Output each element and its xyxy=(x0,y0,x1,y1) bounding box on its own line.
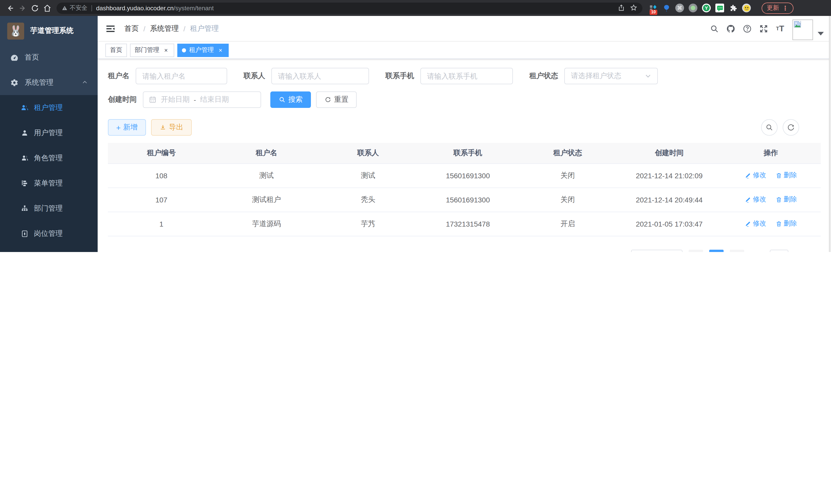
download-icon xyxy=(159,124,167,131)
profile-avatar-icon[interactable] xyxy=(742,4,751,12)
close-icon[interactable]: × xyxy=(217,47,224,54)
extension-command-icon[interactable]: ⌘ xyxy=(675,4,684,12)
refresh-table-button[interactable] xyxy=(783,119,799,136)
export-button[interactable]: 导出 xyxy=(151,119,192,136)
extension-kite-icon[interactable] xyxy=(662,4,671,12)
extension-tabs-icon[interactable]: 10 xyxy=(649,4,657,12)
sidebar-item-post[interactable]: 岗位管理 xyxy=(0,221,98,246)
org-chart-icon xyxy=(21,204,29,212)
table-toolbar: + 新增 导出 xyxy=(108,119,821,136)
table-row: 1 芋道源码 芋艿 17321315478 开启 2021-01-05 17:0… xyxy=(108,212,821,236)
add-button[interactable]: + 新增 xyxy=(108,119,146,136)
close-icon[interactable]: × xyxy=(163,47,170,54)
pagination: 共 3 条 10条/页 ‹ 1 › 前往 页 xyxy=(108,249,799,252)
edit-link[interactable]: 修改 xyxy=(745,219,766,228)
contact-input[interactable] xyxy=(271,68,369,84)
reset-button[interactable]: 重置 xyxy=(316,91,357,108)
show-search-button[interactable] xyxy=(761,119,778,136)
search-icon[interactable] xyxy=(706,16,722,41)
bookmark-star-icon[interactable] xyxy=(630,3,637,12)
browser-forward-icon[interactable] xyxy=(17,2,28,13)
breadcrumb-system[interactable]: 系统管理 xyxy=(150,24,179,33)
fullscreen-icon[interactable] xyxy=(755,16,772,41)
github-icon[interactable] xyxy=(722,16,739,41)
sidebar-item-home[interactable]: 首页 xyxy=(0,45,98,70)
calendar-icon xyxy=(148,95,157,104)
menu-tree-icon xyxy=(21,179,29,187)
table-row: 107 测试租户 秃头 15601691300 关闭 2021-12-14 20… xyxy=(108,187,821,212)
sidebar-item-tenant[interactable]: 租户管理 xyxy=(0,95,98,120)
delete-link[interactable]: 删除 xyxy=(775,195,797,204)
search-icon xyxy=(765,123,773,131)
dashboard-gauge-icon xyxy=(10,53,19,61)
sidebar-item-dict[interactable]: 字典管理 xyxy=(0,246,98,252)
breadcrumb-home[interactable]: 首页 xyxy=(124,24,139,33)
search-icon xyxy=(279,96,286,103)
security-warning[interactable]: 不安全 xyxy=(62,4,87,12)
tags-view: 首页 部门管理× 租户管理× xyxy=(98,41,831,59)
table-row: 108 测试 测试 15601691300 关闭 2021-12-14 21:0… xyxy=(108,164,821,187)
sidebar-collapse-icon[interactable] xyxy=(98,16,123,41)
edit-pencil-icon xyxy=(745,220,751,227)
filter-status: 租户状态 请选择租户状态 xyxy=(529,68,658,84)
url-text: dashboard.yudao.iocoder.cn/system/tenant xyxy=(96,4,612,11)
page-number-1[interactable]: 1 xyxy=(709,249,724,252)
edit-pencil-icon xyxy=(745,196,751,203)
broken-image-icon xyxy=(794,21,802,28)
browser-home-icon[interactable] xyxy=(41,2,53,13)
user-avatar-dropdown[interactable] xyxy=(793,17,824,40)
sidebar-item-role[interactable]: 角色管理 xyxy=(0,145,98,171)
status-text: 开启 xyxy=(518,212,618,236)
sidebar-logo-row[interactable]: 🐰 芋道管理系统 xyxy=(0,16,98,45)
extension-circle-icon[interactable] xyxy=(689,4,697,12)
col-created: 创建时间 xyxy=(618,143,721,164)
delete-link[interactable]: 删除 xyxy=(775,219,797,228)
next-page-button[interactable]: › xyxy=(730,249,744,252)
status-text: 关闭 xyxy=(518,187,618,212)
status-select[interactable]: 请选择租户状态 xyxy=(564,68,658,84)
app-title: 芋道管理系统 xyxy=(30,26,74,35)
sidebar-item-user[interactable]: 用户管理 xyxy=(0,120,98,145)
browser-reload-icon[interactable] xyxy=(29,2,40,13)
extension-chat-icon[interactable] xyxy=(715,4,724,12)
browser-menu-icon[interactable]: ⋮ xyxy=(782,4,789,11)
col-status: 租户状态 xyxy=(518,143,618,164)
warning-triangle-icon xyxy=(62,5,67,11)
url-bar[interactable]: 不安全 dashboard.yudao.iocoder.cn/system/te… xyxy=(57,2,642,13)
filter-tenant-name: 租户名 xyxy=(108,68,227,84)
share-icon[interactable] xyxy=(618,3,625,12)
gear-icon xyxy=(10,78,19,87)
sidebar-item-system[interactable]: 系统管理 xyxy=(0,70,98,95)
col-contact: 联系人 xyxy=(318,143,418,164)
mobile-input[interactable] xyxy=(420,68,513,84)
edit-link[interactable]: 修改 xyxy=(745,171,766,180)
tab-home[interactable]: 首页 xyxy=(105,43,127,57)
date-range-picker[interactable]: 开始日期 - 结束日期 xyxy=(143,91,261,108)
goto-page-input[interactable] xyxy=(770,249,789,252)
help-icon[interactable] xyxy=(739,16,755,41)
plus-icon: + xyxy=(116,123,121,132)
edit-link[interactable]: 修改 xyxy=(745,195,766,204)
search-button[interactable]: 搜索 xyxy=(270,91,311,108)
caret-down-icon xyxy=(818,32,824,35)
filter-mobile: 联系手机 xyxy=(385,68,513,84)
extensions-puzzle-icon[interactable] xyxy=(729,4,738,12)
extension-y-icon[interactable]: Y xyxy=(702,4,711,12)
browser-update-button[interactable]: 更新 ⋮ xyxy=(762,2,794,13)
roles-icon xyxy=(21,154,29,162)
tab-dept[interactable]: 部门管理× xyxy=(130,43,174,57)
tab-tenant[interactable]: 租户管理× xyxy=(177,43,229,57)
page-size-select[interactable]: 10条/页 xyxy=(631,249,683,252)
tenant-name-input[interactable] xyxy=(136,68,227,84)
prev-page-button[interactable]: ‹ xyxy=(689,249,703,252)
scrollbar[interactable] xyxy=(829,16,831,252)
sidebar-item-dept[interactable]: 部门管理 xyxy=(0,196,98,221)
breadcrumb: 首页 / 系统管理 / 租户管理 xyxy=(124,24,219,33)
browser-back-icon[interactable] xyxy=(5,2,16,13)
extension-badge: 10 xyxy=(650,10,657,15)
sidebar-item-menu[interactable]: 菜单管理 xyxy=(0,171,98,196)
font-size-icon[interactable]: TT xyxy=(772,16,789,41)
delete-link[interactable]: 删除 xyxy=(775,171,797,180)
users-icon xyxy=(21,103,29,112)
chevron-up-icon xyxy=(81,78,88,87)
